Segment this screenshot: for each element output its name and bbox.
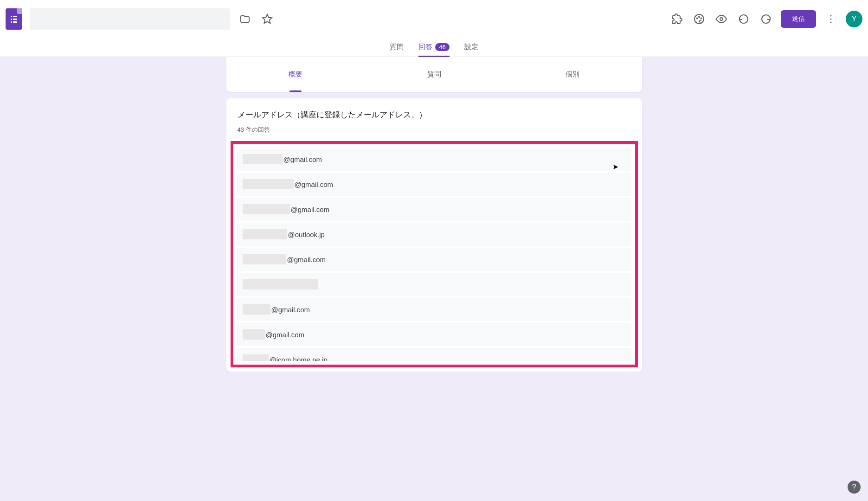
email-suffix: @gmail.com bbox=[271, 306, 310, 314]
redacted-text bbox=[243, 279, 318, 289]
svg-point-7 bbox=[830, 19, 832, 20]
app-header: 送信 Y bbox=[0, 0, 868, 39]
email-suffix: @gmail.com bbox=[283, 155, 322, 163]
svg-point-8 bbox=[830, 22, 832, 23]
svg-point-5 bbox=[720, 18, 723, 20]
undo-icon[interactable] bbox=[733, 8, 755, 30]
response-count-badge: 46 bbox=[435, 43, 449, 51]
redacted-text bbox=[243, 329, 265, 340]
send-button[interactable]: 送信 bbox=[781, 10, 816, 28]
svg-marker-0 bbox=[263, 14, 272, 23]
redo-icon[interactable] bbox=[755, 8, 777, 30]
svg-point-2 bbox=[697, 18, 698, 19]
response-count: 43 件の回答 bbox=[238, 126, 631, 134]
main-tabs: 質問 回答 46 設定 bbox=[0, 39, 868, 57]
response-item: @gmail.com bbox=[237, 248, 631, 271]
svg-point-4 bbox=[701, 18, 702, 19]
addons-icon[interactable] bbox=[666, 8, 688, 30]
response-item: @outlook.jp bbox=[237, 223, 631, 246]
email-suffix: @gmail.com bbox=[266, 331, 305, 339]
redacted-text bbox=[243, 204, 290, 214]
response-item: @gmail.com bbox=[237, 298, 631, 321]
redacted-text bbox=[243, 179, 294, 189]
email-suffix: @outlook.jp bbox=[288, 231, 325, 238]
response-item: @gmail.com bbox=[237, 148, 631, 171]
subtab-summary[interactable]: 概要 bbox=[226, 57, 365, 92]
response-item: @gmail.com bbox=[237, 323, 631, 346]
tab-responses[interactable]: 回答 46 bbox=[418, 39, 449, 57]
palette-icon[interactable] bbox=[688, 8, 710, 30]
star-icon[interactable] bbox=[256, 8, 278, 30]
email-suffix: @jcom.home.ne.jp bbox=[270, 356, 328, 361]
forms-logo-icon[interactable] bbox=[6, 8, 22, 30]
svg-point-1 bbox=[694, 14, 704, 24]
subtab-individual[interactable]: 個別 bbox=[503, 57, 642, 92]
response-item: @gmail.com bbox=[237, 198, 631, 221]
redacted-text bbox=[243, 254, 286, 264]
email-suffix: @gmail.com bbox=[287, 256, 326, 263]
response-item: @gmail.com bbox=[237, 173, 631, 196]
email-suffix: @gmail.com bbox=[291, 206, 330, 213]
response-item bbox=[237, 273, 631, 296]
avatar[interactable]: Y bbox=[846, 11, 862, 27]
response-item: @jcom.home.ne.jp bbox=[237, 348, 631, 361]
redacted-text bbox=[243, 229, 287, 239]
response-subtabs: 概要 質問 個別 bbox=[226, 57, 642, 92]
preview-icon[interactable] bbox=[710, 8, 733, 30]
response-card: メールアドレス（講座に登録したメールアドレス。） 43 件の回答 @gmail.… bbox=[226, 98, 642, 372]
svg-point-3 bbox=[699, 17, 700, 18]
redacted-text bbox=[243, 304, 270, 315]
question-title: メールアドレス（講座に登録したメールアドレス。） bbox=[238, 109, 631, 120]
responses-list[interactable]: @gmail.com@gmail.com@gmail.com@outlook.j… bbox=[237, 148, 631, 361]
redacted-text bbox=[243, 154, 283, 164]
folder-icon[interactable] bbox=[234, 8, 256, 30]
redacted-text bbox=[243, 354, 269, 361]
more-icon[interactable] bbox=[820, 8, 842, 30]
responses-highlight-box: @gmail.com@gmail.com@gmail.com@outlook.j… bbox=[231, 141, 638, 367]
form-title-input[interactable] bbox=[30, 8, 230, 30]
email-suffix: @gmail.com bbox=[295, 180, 334, 188]
svg-point-6 bbox=[830, 15, 832, 17]
tab-settings[interactable]: 設定 bbox=[464, 39, 478, 57]
subtab-question[interactable]: 質問 bbox=[365, 57, 503, 92]
tab-questions[interactable]: 質問 bbox=[390, 39, 404, 57]
